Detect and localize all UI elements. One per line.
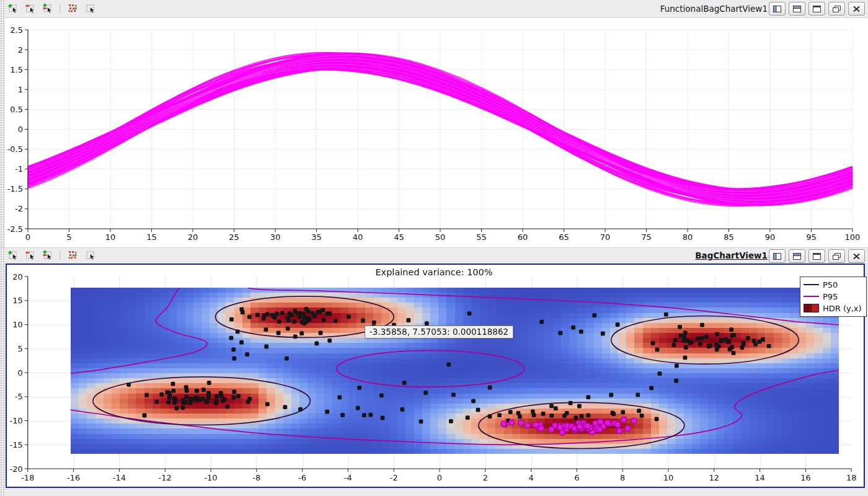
svg-text:1: 1: [18, 85, 23, 94]
svg-text:6: 6: [574, 473, 579, 482]
svg-text:-5: -5: [15, 392, 23, 401]
svg-text:-15: -15: [10, 440, 23, 450]
svg-text:0: 0: [18, 368, 23, 378]
zoom-reset-icon[interactable]: [42, 249, 53, 260]
legend-swatch-hdr: [804, 304, 819, 312]
zoom-in-icon[interactable]: [7, 249, 18, 260]
svg-text:-2: -2: [390, 473, 398, 482]
split-vertical-button[interactable]: [769, 249, 786, 263]
svg-text:-16: -16: [67, 473, 80, 482]
svg-text:90: 90: [765, 232, 776, 242]
svg-text:16: 16: [800, 473, 811, 482]
split-horizontal-button[interactable]: [789, 249, 805, 263]
svg-text:0: 0: [25, 232, 30, 242]
svg-text:-14: -14: [113, 473, 126, 482]
split-vertical-button[interactable]: [769, 2, 786, 16]
svg-text:-2.5: -2.5: [7, 224, 23, 234]
select-region-icon[interactable]: [84, 249, 95, 260]
transform-icon[interactable]: [67, 249, 78, 260]
chart-toolbar: [7, 249, 95, 260]
titlebar-bag-chart: BagChartView1: [0, 248, 868, 264]
zoom-reset-icon[interactable]: [42, 2, 53, 14]
legend-line-p50: [804, 284, 819, 285]
svg-text:8: 8: [620, 473, 625, 482]
svg-text:-1: -1: [15, 164, 23, 174]
zoom-out-icon[interactable]: [24, 249, 35, 260]
svg-text:18: 18: [846, 473, 857, 482]
close-button[interactable]: [848, 2, 865, 16]
toolbar-separator: [60, 4, 60, 13]
zoom-out-icon[interactable]: [24, 2, 35, 14]
svg-text:45: 45: [394, 232, 404, 242]
svg-text:25: 25: [229, 232, 239, 242]
svg-text:100: 100: [845, 232, 861, 242]
svg-text:-12: -12: [159, 473, 172, 482]
panel-functional-bag-chart: FunctionalBagChartView1 0510152025303540…: [0, 0, 868, 247]
restore-button[interactable]: [828, 2, 845, 16]
svg-text:-6: -6: [298, 473, 306, 482]
dock-handle[interactable]: [0, 248, 5, 496]
svg-text:15: 15: [12, 296, 23, 305]
transform-icon[interactable]: [67, 2, 78, 14]
svg-text:80: 80: [683, 232, 693, 242]
functional-bag-chart-surface[interactable]: 0510152025303540455055606570758085909510…: [0, 17, 868, 247]
svg-text:14: 14: [755, 473, 765, 482]
svg-text:55: 55: [476, 232, 487, 242]
select-region-icon[interactable]: [84, 2, 95, 14]
svg-text:-0.5: -0.5: [7, 144, 23, 154]
legend-label: HDR (y,x): [823, 304, 862, 313]
legend-line-p95: [804, 296, 819, 297]
legend-item-p95: P95: [804, 291, 862, 302]
close-button[interactable]: [848, 249, 865, 263]
svg-text:0: 0: [437, 473, 442, 482]
functional-bag-chart-canvas[interactable]: 0510152025303540455055606570758085909510…: [0, 18, 868, 247]
svg-text:20: 20: [188, 232, 198, 242]
svg-text:0.5: 0.5: [10, 105, 23, 114]
panel-title: BagChartView1: [695, 250, 768, 260]
zoom-in-icon[interactable]: [7, 2, 18, 14]
svg-text:5: 5: [66, 232, 71, 242]
svg-text:-20: -20: [10, 464, 23, 474]
legend-label: P50: [823, 280, 838, 290]
svg-text:85: 85: [724, 232, 734, 242]
restore-button[interactable]: [828, 249, 845, 263]
legend-label: P95: [823, 292, 838, 301]
svg-text:30: 30: [270, 232, 281, 242]
bag-chart-overlay[interactable]: -18-16-14-12-10-8-6-4-2024681012141618-2…: [7, 265, 861, 484]
value-tooltip: -3.35858, 7.57053: 0.000118862: [365, 326, 513, 339]
split-horizontal-button[interactable]: [789, 2, 805, 16]
panel-bag-chart: BagChartView1 -18-16-14-12-10-8-6-4-2024…: [0, 247, 868, 496]
chart-toolbar: [7, 2, 95, 14]
hdr-swatch-dark: [804, 304, 812, 312]
svg-text:10: 10: [663, 473, 674, 482]
svg-text:2: 2: [483, 473, 488, 482]
dock-handle[interactable]: [0, 0, 5, 247]
app-window: { "panels": [ { "title": "FunctionalBagC…: [0, 0, 868, 496]
svg-text:4: 4: [528, 473, 533, 482]
svg-text:70: 70: [600, 232, 611, 242]
svg-text:0: 0: [18, 125, 23, 134]
svg-text:35: 35: [311, 232, 322, 242]
svg-text:15: 15: [146, 232, 157, 242]
hdr-swatch-light: [812, 304, 819, 312]
panel-title: FunctionalBagChartView1: [660, 4, 768, 14]
svg-text:60: 60: [518, 232, 528, 242]
svg-text:40: 40: [353, 232, 363, 242]
svg-text:-4: -4: [344, 473, 352, 482]
maximize-button[interactable]: [808, 2, 825, 16]
legend-item-p50: P50: [804, 279, 862, 290]
svg-text:5: 5: [18, 344, 23, 353]
legend-item-hdr: HDR (y,x): [804, 303, 862, 314]
svg-text:10: 10: [105, 232, 116, 242]
svg-text:-2: -2: [15, 204, 23, 213]
svg-text:10: 10: [12, 320, 23, 329]
maximize-button[interactable]: [808, 249, 825, 263]
svg-text:12: 12: [709, 473, 720, 482]
svg-text:-10: -10: [10, 416, 23, 425]
svg-text:-1.5: -1.5: [7, 184, 23, 193]
svg-text:-10: -10: [204, 473, 217, 482]
legend: P50 P95 HDR (y,x): [800, 277, 867, 317]
svg-text:-8: -8: [252, 473, 260, 482]
bag-chart-surface[interactable]: -18-16-14-12-10-8-6-4-2024681012141618-2…: [7, 265, 861, 484]
svg-text:75: 75: [641, 232, 652, 242]
